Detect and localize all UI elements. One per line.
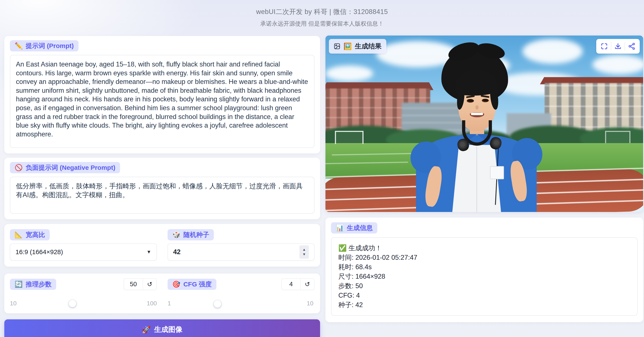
- generate-button-text: 生成图像: [154, 325, 182, 334]
- cfg-group: 🎯 CFG 强度 4 ↺ 1 10: [168, 278, 314, 307]
- steps-label: 🔄 推理步数: [10, 279, 56, 290]
- cfg-value-box: 4 ↺: [281, 278, 314, 290]
- aspect-ratio-select[interactable]: 16:9 (1664×928) ▼: [10, 243, 157, 261]
- steps-value[interactable]: 50: [124, 279, 142, 290]
- triangular-ruler-icon: 📐: [15, 232, 22, 238]
- seed-label: 🎲 随机种子: [168, 229, 214, 240]
- generate-button[interactable]: 🚀 生成图像: [4, 319, 320, 337]
- scene-boy-eye: [482, 99, 489, 102]
- steps-slider-thumb[interactable]: [69, 300, 76, 307]
- seed-value: 42: [173, 248, 300, 256]
- info-steps-line: 步数: 50: [338, 281, 630, 291]
- seed-label-text: 随机种子: [183, 232, 209, 238]
- cfg-label-text: CFG 强度: [183, 281, 212, 287]
- scene-shirt-pocket: [490, 166, 504, 179]
- aspect-ratio-label-text: 宽高比: [26, 232, 45, 238]
- prohibited-icon: 🚫: [15, 164, 22, 171]
- fullscreen-button[interactable]: [598, 41, 611, 52]
- cfg-value[interactable]: 4: [282, 279, 300, 290]
- pencil-icon: ✏️: [15, 43, 22, 49]
- generation-info-label-text: 生成信息: [347, 225, 372, 231]
- generated-image-scene: [326, 36, 643, 212]
- steps-cfg-card: 🔄 推理步数 50 ↺ 10 100: [4, 273, 320, 313]
- negative-prompt-input[interactable]: 低分辨率，低画质，肢体畸形，手指畸形，画面过饱和，蜡像感，人脸无细节，过度光滑，…: [10, 177, 314, 214]
- negative-prompt-label-text: 负面提示词 (Negative Prompt): [26, 164, 115, 171]
- dice-icon: 🎲: [172, 232, 180, 238]
- steps-max-label: 100: [147, 300, 157, 307]
- chevron-down-icon: ▼: [146, 249, 151, 255]
- info-time-line: 时间: 2026-01-02 05:27:47: [338, 253, 630, 262]
- generation-info-card: 📊 生成信息 ✅ 生成成功！ 时间: 2026-01-02 05:27:47 耗…: [326, 218, 643, 322]
- image-outline-icon: [334, 43, 340, 50]
- stepper-down-icon[interactable]: ▼: [302, 253, 306, 256]
- share-icon: [628, 42, 636, 50]
- controls-column: ✏️ 提示词 (Prompt) An East Asian teenage bo…: [4, 36, 320, 337]
- dart-target-icon: 🎯: [172, 281, 180, 287]
- aspect-ratio-value: 16:9 (1664×928): [16, 248, 144, 256]
- aspect-ratio-label: 📐 宽高比: [10, 229, 50, 240]
- cfg-min-label: 1: [168, 300, 175, 307]
- framed-picture-icon: 🖼️: [344, 42, 352, 50]
- cloud: [326, 65, 373, 81]
- seed-stepper[interactable]: ▲ ▼: [300, 245, 309, 259]
- steps-min-label: 10: [10, 300, 18, 307]
- info-size-line: 尺寸: 1664×928: [338, 272, 630, 281]
- cfg-reset-button[interactable]: ↺: [301, 279, 314, 290]
- steps-reset-button[interactable]: ↺: [143, 279, 156, 290]
- steps-slider[interactable]: [19, 302, 140, 305]
- negative-prompt-label: 🚫 负面提示词 (Negative Prompt): [10, 162, 120, 173]
- result-column: 🖼️ 生成结果 📊: [326, 36, 643, 322]
- scene-boy-button-placket: [476, 147, 477, 212]
- generation-info-label: 📊 生成信息: [331, 222, 377, 233]
- cycle-arrows-icon: 🔄: [15, 281, 22, 287]
- bar-chart-icon: 📊: [336, 225, 344, 231]
- result-badge-text: 生成结果: [355, 42, 382, 51]
- cfg-slider-thumb[interactable]: [214, 300, 221, 308]
- cfg-slider[interactable]: [176, 302, 300, 305]
- app-subtitle: 承诺永远开源使用 但是需要保留本人版权信息！: [0, 20, 644, 28]
- info-cfg-line: CFG: 4: [338, 291, 630, 300]
- fullscreen-icon: [600, 42, 608, 50]
- download-icon: [614, 42, 622, 50]
- page-header: webUI二次开发 by 科哥 | 微信：312088415 承诺永远开源使用 …: [0, 7, 644, 28]
- cfg-label: 🎯 CFG 强度: [168, 279, 216, 290]
- prompt-card: ✏️ 提示词 (Prompt) An East Asian teenage bo…: [4, 36, 320, 153]
- seed-input[interactable]: 42 ▲ ▼: [168, 243, 314, 261]
- steps-label-text: 推理步数: [26, 281, 52, 287]
- image-toolbar: [596, 39, 640, 54]
- aspect-ratio-group: 📐 宽高比 16:9 (1664×928) ▼: [10, 229, 157, 261]
- result-badge: 🖼️ 生成结果: [329, 39, 386, 54]
- generated-image[interactable]: 🖼️ 生成结果: [326, 36, 643, 212]
- cloud: [522, 39, 583, 64]
- negative-prompt-card: 🚫 负面提示词 (Negative Prompt) 低分辨率，低画质，肢体畸形，…: [4, 158, 320, 219]
- app-title: webUI二次开发 by 科哥 | 微信：312088415: [0, 7, 644, 16]
- stepper-up-icon[interactable]: ▲: [302, 248, 306, 251]
- cfg-max-label: 10: [307, 300, 314, 307]
- prompt-label-text: 提示词 (Prompt): [26, 43, 74, 49]
- prompt-label: ✏️ 提示词 (Prompt): [10, 40, 78, 52]
- prompt-input[interactable]: An East Asian teenage boy, aged 15–18, w…: [10, 55, 314, 148]
- info-duration-line: 耗时: 68.4s: [338, 262, 630, 272]
- scene-goal-post: [335, 131, 364, 144]
- scene-boy-teeth: [471, 113, 483, 115]
- scene-boy-nose: [475, 105, 478, 110]
- scene-goal-post: [605, 131, 630, 143]
- generation-info-box: ✅ 生成成功！ 时间: 2026-01-02 05:27:47 耗时: 68.4…: [331, 237, 638, 316]
- seed-group: 🎲 随机种子 42 ▲ ▼: [168, 229, 314, 261]
- ratio-seed-card: 📐 宽高比 16:9 (1664×928) ▼ 🎲 随机种子 42 ▲ ▼: [4, 224, 320, 267]
- steps-group: 🔄 推理步数 50 ↺ 10 100: [10, 278, 157, 307]
- scene-boy-eye: [467, 99, 474, 102]
- steps-value-box: 50 ↺: [124, 278, 157, 290]
- steps-slider-fill: [19, 304, 72, 305]
- info-status-line: ✅ 生成成功！: [338, 243, 630, 253]
- info-seed-line: 种子: 42: [338, 300, 630, 310]
- download-button[interactable]: [611, 41, 625, 52]
- share-button[interactable]: [625, 41, 638, 52]
- cfg-slider-fill: [176, 304, 218, 305]
- rocket-icon: 🚀: [142, 325, 150, 334]
